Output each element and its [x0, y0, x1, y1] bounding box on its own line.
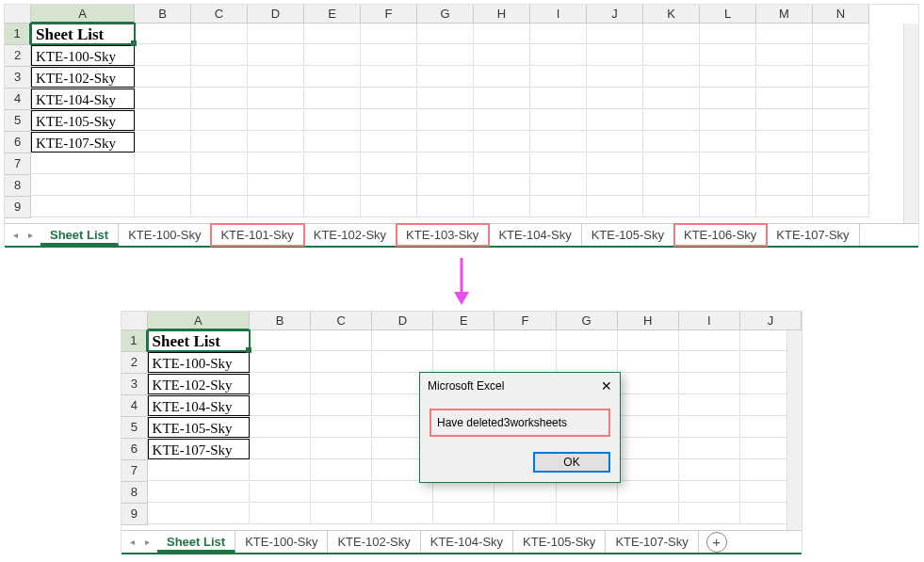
cell[interactable]: KTE-105-Sky: [148, 417, 250, 438]
cell[interactable]: [679, 482, 740, 503]
cell[interactable]: [311, 374, 372, 394]
cell[interactable]: [474, 45, 530, 66]
cell[interactable]: [361, 153, 417, 174]
cell[interactable]: [587, 175, 643, 196]
row-header[interactable]: 8: [122, 482, 148, 504]
cell[interactable]: [474, 175, 530, 196]
cell[interactable]: [474, 197, 530, 217]
cell[interactable]: [361, 45, 417, 66]
cell[interactable]: [248, 197, 304, 217]
cell[interactable]: [372, 504, 433, 524]
sheet-tab[interactable]: KTE-104-Sky: [489, 224, 581, 246]
cell[interactable]: KTE-104-Sky: [31, 88, 135, 109]
cell[interactable]: [311, 482, 372, 503]
cell[interactable]: [756, 67, 813, 88]
cell[interactable]: [135, 45, 191, 66]
cell[interactable]: [417, 153, 474, 174]
cell[interactable]: [361, 175, 417, 196]
cell[interactable]: Sheet List: [31, 24, 135, 44]
cell[interactable]: [700, 88, 756, 109]
column-header[interactable]: M: [756, 5, 813, 24]
row-header[interactable]: 4: [122, 395, 148, 417]
sheet-tab[interactable]: KTE-104-Sky: [421, 531, 513, 553]
cell[interactable]: [587, 88, 643, 109]
cell[interactable]: [361, 110, 417, 131]
cell[interactable]: KTE-107-Sky: [148, 439, 250, 459]
tab-prev-icon[interactable]: ◂: [10, 230, 20, 241]
cell[interactable]: [700, 197, 756, 217]
column-header[interactable]: I: [530, 5, 587, 24]
cell[interactable]: [587, 132, 643, 153]
cell[interactable]: [191, 24, 248, 44]
cell[interactable]: [372, 330, 433, 351]
sheet-tab[interactable]: KTE-107-Sky: [767, 224, 859, 246]
row-header[interactable]: 6: [5, 132, 31, 153]
row-header[interactable]: 3: [5, 67, 31, 88]
cell[interactable]: [530, 24, 587, 44]
cell[interactable]: [587, 24, 643, 44]
row-header[interactable]: 4: [5, 88, 31, 110]
cell[interactable]: [587, 153, 643, 174]
cell[interactable]: [304, 24, 361, 44]
cell[interactable]: [530, 45, 587, 66]
sheet-tab[interactable]: KTE-100-Sky: [119, 224, 211, 246]
column-header[interactable]: H: [618, 312, 679, 330]
cell[interactable]: [756, 153, 813, 174]
cell[interactable]: [813, 153, 869, 174]
cell[interactable]: [135, 197, 191, 217]
row-header[interactable]: 2: [5, 45, 31, 67]
cell[interactable]: [530, 67, 587, 88]
sheet-tab[interactable]: Sheet List: [41, 224, 119, 246]
column-header[interactable]: B: [250, 312, 311, 330]
cell[interactable]: [618, 395, 679, 416]
cell[interactable]: [135, 175, 191, 196]
cell[interactable]: KTE-100-Sky: [148, 352, 250, 373]
cell[interactable]: [417, 110, 474, 131]
sheet-tab[interactable]: KTE-101-Sky: [211, 224, 303, 246]
cell[interactable]: [135, 67, 191, 88]
cell[interactable]: [135, 24, 191, 44]
cell[interactable]: [474, 153, 530, 174]
column-header[interactable]: E: [304, 5, 361, 24]
cell[interactable]: [756, 110, 813, 131]
cell[interactable]: [191, 110, 248, 131]
column-header[interactable]: F: [494, 312, 556, 330]
cell[interactable]: [191, 88, 248, 109]
cell[interactable]: KTE-104-Sky: [148, 395, 250, 416]
cell[interactable]: [135, 88, 191, 109]
cell[interactable]: [530, 88, 587, 109]
cell[interactable]: [587, 45, 643, 66]
cell[interactable]: [250, 374, 311, 394]
cell[interactable]: [530, 175, 587, 196]
cell[interactable]: [311, 395, 372, 416]
row-header[interactable]: 5: [122, 417, 148, 439]
cell[interactable]: [361, 197, 417, 217]
cell[interactable]: [643, 45, 700, 66]
cell[interactable]: [813, 110, 869, 131]
cell[interactable]: [756, 88, 813, 109]
column-header[interactable]: D: [372, 312, 433, 330]
tab-next-icon[interactable]: ▸: [25, 230, 35, 241]
cell[interactable]: [643, 175, 700, 196]
cell[interactable]: [474, 24, 530, 44]
cell[interactable]: [250, 417, 311, 438]
cell[interactable]: [304, 45, 361, 66]
cell[interactable]: [618, 460, 679, 481]
cell[interactable]: [494, 504, 556, 524]
cell[interactable]: [813, 24, 869, 44]
row-header[interactable]: 3: [122, 374, 148, 395]
cell[interactable]: [248, 24, 304, 44]
cell[interactable]: [433, 504, 494, 524]
cell[interactable]: [304, 175, 361, 196]
cell[interactable]: [643, 24, 700, 44]
cell[interactable]: [417, 88, 474, 109]
column-header[interactable]: J: [587, 5, 643, 24]
cell[interactable]: [250, 460, 311, 481]
cell[interactable]: [191, 153, 248, 174]
cell[interactable]: [417, 197, 474, 217]
scrollbar-vertical[interactable]: [786, 330, 802, 530]
cell[interactable]: [417, 67, 474, 88]
cell[interactable]: [135, 110, 191, 131]
cell[interactable]: [304, 67, 361, 88]
cell[interactable]: [494, 482, 556, 503]
